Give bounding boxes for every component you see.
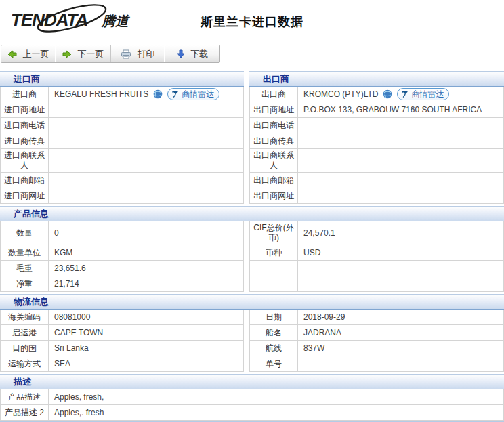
field-label: 进口商 <box>1 87 49 102</box>
row-half: 出口商传真 <box>249 133 504 149</box>
record-table: 进口商出口商进口商KEGALU FRESH FRUITS 商情雷达 出口商KRO… <box>0 71 504 422</box>
field-label: 产品描述 2 <box>1 405 49 421</box>
field-label: 出口商 <box>250 87 298 102</box>
field-value: CAPE TOWN <box>49 325 244 341</box>
column-gutter <box>244 149 249 173</box>
field-value: USD <box>298 245 504 261</box>
field-value-text: KGM <box>54 248 72 257</box>
field-value: KEGALU FRESH FRUITS 商情雷达 <box>49 87 244 102</box>
row-half: CIF总价(外币)24,570.1 <box>249 221 504 245</box>
column-gutter <box>244 118 249 133</box>
section-header: 出口商 <box>249 71 504 87</box>
row-half: 进口商电话 <box>0 118 244 133</box>
row-half: 进口商地址 <box>0 102 244 118</box>
arrow-down-icon <box>177 49 185 58</box>
table-row: 数量单位KGM币种USD <box>0 245 504 261</box>
field-value-text: CAPE TOWN <box>54 328 103 337</box>
column-gutter <box>244 221 249 245</box>
field-value <box>298 188 504 204</box>
prev-page-button[interactable]: 上一页 <box>1 45 56 62</box>
globe-icon[interactable] <box>383 89 392 99</box>
row-half: 启运港CAPE TOWN <box>0 325 244 341</box>
field-value: 837W <box>298 341 504 356</box>
column-gutter <box>244 133 249 149</box>
column-gutter <box>244 325 249 341</box>
download-label: 下载 <box>190 48 208 60</box>
column-gutter <box>244 188 249 204</box>
column-gutter <box>244 245 249 261</box>
field-value: 23,651.6 <box>49 261 244 276</box>
field-label: 产品描述 <box>1 389 49 405</box>
field-value-text: Sri Lanka <box>54 343 89 353</box>
section-header: 描述 <box>0 374 504 389</box>
field-label: 运输方式 <box>1 356 49 372</box>
page-header: TENDATA 腾道 斯里兰卡进口数据 <box>0 0 504 39</box>
field-label: 出口商地址 <box>250 102 298 118</box>
row-half: 出口商KROMCO (PTY)LTD 商情雷达 <box>249 87 504 102</box>
field-label: CIF总价(外币) <box>250 221 298 245</box>
field-value <box>49 173 244 188</box>
row-half: 海关编码08081000 <box>0 310 244 325</box>
field-value: KROMCO (PTY)LTD 商情雷达 <box>298 87 504 102</box>
table-row: 毛重23,651.6 <box>0 261 504 276</box>
field-value <box>298 276 504 292</box>
table-row: 进口商地址出口商地址P.O.BOX 133, GRABOUW 7160 SOUT… <box>0 102 504 118</box>
column-gutter <box>244 276 249 292</box>
table-row: 进口商联系人出口商联系人 <box>0 149 504 173</box>
field-label: 航线 <box>250 341 298 356</box>
business-radar-button[interactable]: 商情雷达 <box>397 88 449 100</box>
next-page-button[interactable]: 下一页 <box>56 45 111 62</box>
field-value-text: USD <box>303 248 320 257</box>
column-gutter <box>244 173 249 188</box>
table-row: 净重21,714 <box>0 276 504 292</box>
globe-icon[interactable] <box>153 89 163 99</box>
field-value: 2018-09-29 <box>298 310 504 325</box>
field-label: 进口商地址 <box>1 102 49 118</box>
row-half: 单号 <box>249 356 504 372</box>
column-gutter <box>244 87 249 102</box>
business-radar-label: 商情雷达 <box>411 89 444 100</box>
field-label: 数量单位 <box>1 245 49 261</box>
field-value <box>49 188 244 204</box>
field-label: 日期 <box>250 310 298 325</box>
column-gutter <box>244 310 249 325</box>
field-label: 进口商电话 <box>1 118 49 133</box>
row-half: 毛重23,651.6 <box>0 261 244 276</box>
row-half: 净重21,714 <box>0 276 244 292</box>
table-row: 海关编码08081000日期2018-09-29 <box>0 310 504 325</box>
field-value-text: 23,651.6 <box>54 263 86 273</box>
field-label: 进口商联系人 <box>1 149 49 173</box>
print-button[interactable]: 打印 <box>111 45 166 62</box>
row-half: 产品描述 2Apples,. fresh <box>0 405 504 421</box>
row-half: 数量单位KGM <box>0 245 244 261</box>
row-half: 目的国Sri Lanka <box>0 341 244 356</box>
field-label: 进口商邮箱 <box>1 173 49 188</box>
arrow-left-icon <box>7 50 17 58</box>
row-half: 进口商KEGALU FRESH FRUITS 商情雷达 <box>0 87 244 102</box>
business-radar-button[interactable]: 商情雷达 <box>167 88 219 100</box>
satellite-dish-icon <box>171 90 180 98</box>
field-value <box>49 133 244 149</box>
field-label: 进口商网址 <box>1 188 49 204</box>
table-row: 进口商电话出口商电话 <box>0 118 504 133</box>
download-button[interactable]: 下载 <box>165 45 219 62</box>
field-value: Apples,. fresh <box>49 405 504 421</box>
field-value: Sri Lanka <box>49 341 244 356</box>
table-row: 启运港CAPE TOWN船名JADRANA <box>0 325 504 341</box>
table-row: 目的国Sri Lanka航线837W <box>0 341 504 356</box>
business-radar-label: 商情雷达 <box>182 89 214 100</box>
field-value-text: P.O.BOX 133, GRABOUW 7160 SOUTH AFRICA <box>303 105 482 114</box>
field-value-text: KROMCO (PTY)LTD <box>303 89 378 99</box>
section-header: 产品信息 <box>0 206 504 221</box>
field-value-text: 24,570.1 <box>303 228 335 238</box>
satellite-dish-icon <box>401 90 409 98</box>
table-row: 产品描述 2Apples,. fresh <box>0 405 504 421</box>
column-gutter <box>244 261 249 276</box>
row-half: 出口商网址 <box>249 188 504 204</box>
field-label: 出口商联系人 <box>250 149 298 173</box>
field-value: JADRANA <box>298 325 504 341</box>
row-half: 进口商联系人 <box>0 149 244 173</box>
table-row: 产品描述Apples, fresh, <box>0 389 504 405</box>
field-label: 启运港 <box>1 325 49 341</box>
field-value: 0 <box>49 221 244 245</box>
